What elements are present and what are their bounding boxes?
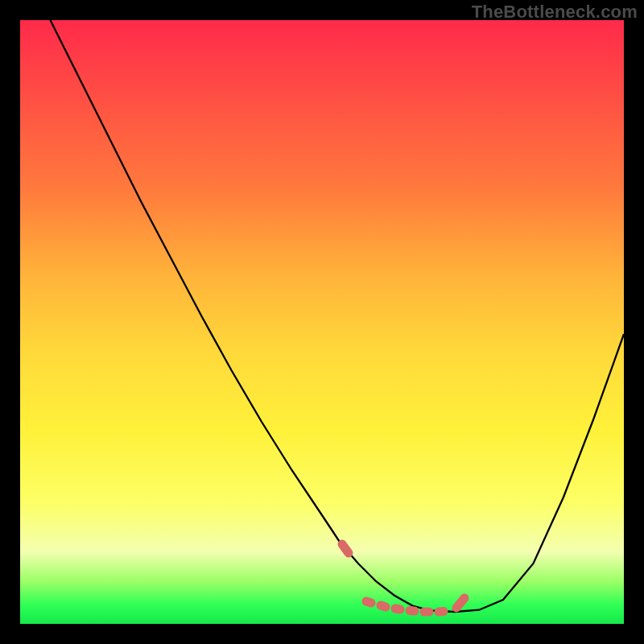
- watermark-text: TheBottleneck.com: [472, 2, 638, 23]
- valley-highlight: [342, 544, 464, 612]
- curve-layer: [20, 20, 624, 624]
- bottleneck-curve: [51, 20, 625, 612]
- chart-frame: TheBottleneck.com: [0, 0, 644, 644]
